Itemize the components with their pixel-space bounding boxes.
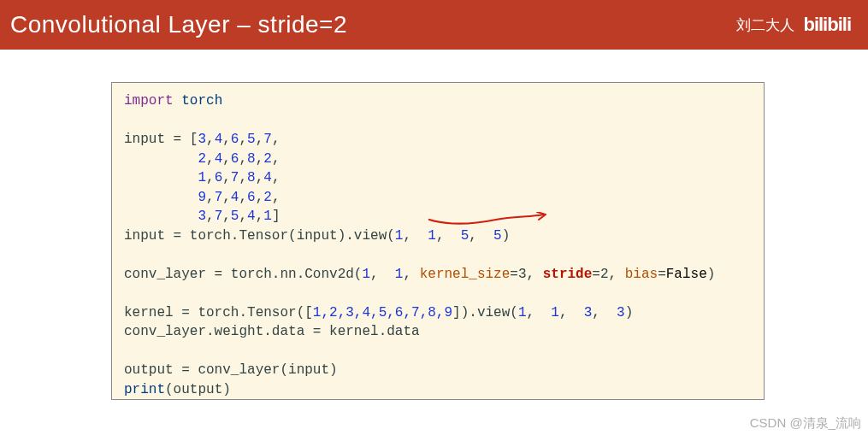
header-bar: Convolutional Layer – stride=2 刘二大人 bili… [0, 0, 868, 50]
n: 8 [247, 151, 256, 167]
n: 1 [543, 305, 559, 320]
seq: 1,2,3,4,5,6,7,8,9 [313, 305, 452, 320]
n: 4 [215, 132, 223, 147]
n: 6 [247, 190, 256, 205]
n: 3 [198, 209, 206, 224]
n: 3 [198, 132, 206, 147]
code-text: input = torch.Tensor(input).view( [124, 228, 395, 244]
slide-title: Convolutional Layer – stride=2 [10, 11, 347, 38]
n: 1 [263, 209, 272, 224]
code-text: conv_layer.weight.data = kernel.data [124, 324, 420, 339]
n: 4 [231, 190, 239, 205]
bilibili-logo: bilibili [803, 14, 851, 36]
code-text: ) [502, 228, 511, 244]
n: 7 [263, 132, 272, 147]
n: 9 [198, 190, 206, 205]
code-text: =2 [592, 267, 608, 282]
n: 7 [215, 209, 223, 224]
code-text: output = conv_layer(input) [124, 362, 338, 378]
n: 5 [247, 132, 256, 147]
watermark: CSDN @清泉_流响 [750, 415, 861, 432]
n: 1 [387, 267, 403, 282]
n: 5 [231, 209, 239, 224]
n: 3 [576, 305, 592, 320]
code-text: input = [ [124, 132, 198, 147]
n: 4 [263, 170, 272, 185]
n: 2 [263, 151, 272, 167]
code-text: ]).view( [452, 305, 518, 320]
const-false: False [666, 267, 707, 282]
code-text: ) [707, 267, 716, 282]
n: 1 [420, 228, 436, 244]
n: 6 [231, 132, 239, 147]
n: 1 [362, 267, 370, 282]
n: 1 [395, 228, 404, 244]
n: 6 [215, 170, 223, 185]
arg-stride: stride [543, 267, 593, 282]
n: 4 [215, 151, 223, 167]
keyword-import: import [124, 93, 174, 109]
code-text: kernel = torch.Tensor([ [124, 305, 313, 320]
n: 7 [215, 190, 223, 205]
code-text: (output) [165, 382, 231, 397]
code-text: =3 [510, 267, 526, 282]
n: 1 [518, 305, 527, 320]
code-text: ] [272, 209, 280, 224]
arg-bias: bias [625, 267, 658, 282]
code-text: ) [625, 305, 634, 320]
n: 7 [231, 170, 239, 185]
n: 6 [231, 151, 239, 167]
n: 2 [198, 151, 206, 167]
n: 1 [198, 170, 206, 185]
code-text: conv_layer = torch.nn.Conv2d( [124, 267, 362, 282]
author-label: 刘二大人 [736, 15, 794, 35]
arg-kernel-size: kernel_size [420, 267, 511, 282]
fn-print: print [124, 382, 165, 397]
code-block: import torch input = [3,4,6,5,7, 2,4,6,8… [111, 82, 765, 400]
module-torch: torch [181, 93, 222, 109]
code-text: = [658, 267, 666, 282]
n: 5 [485, 228, 501, 244]
n: 4 [247, 209, 256, 224]
header-right: 刘二大人 bilibili [736, 14, 851, 36]
n: 2 [263, 190, 272, 205]
n: 3 [609, 305, 625, 320]
n: 5 [452, 228, 469, 244]
n: 8 [247, 170, 256, 185]
